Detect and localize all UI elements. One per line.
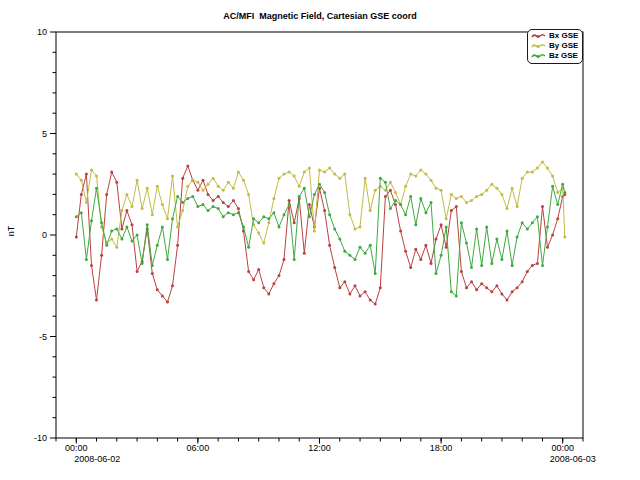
plot-area: 00:0006:0012:0018:0000:002008-06-022008-…	[0, 0, 640, 480]
series-line-icon	[531, 42, 546, 50]
x-tick-label: 00:00	[65, 443, 88, 453]
start-date-label: 2008-06-02	[74, 454, 120, 464]
x-tick-label: 00:00	[551, 443, 574, 453]
y-tick-label: -5	[39, 332, 47, 342]
legend-item-label: By GSE	[549, 41, 578, 51]
series-line-icon	[531, 52, 546, 60]
end-date-label: 2008-06-03	[550, 454, 596, 464]
legend-item: By GSE	[531, 41, 578, 51]
legend: Bx GSEBy GSEBz GSE	[527, 29, 583, 64]
legend-item-label: Bx GSE	[549, 31, 578, 41]
series-line-icon	[531, 32, 546, 40]
y-ticks: -10-50510	[34, 27, 56, 443]
y-tick-label: 5	[42, 129, 47, 139]
legend-item: Bx GSE	[531, 31, 578, 41]
legend-item-label: Bz GSE	[549, 51, 578, 61]
legend-item: Bz GSE	[531, 51, 578, 61]
x-tick-label: 06:00	[187, 443, 210, 453]
series-bz-gse-line	[76, 178, 565, 296]
plot-frame	[56, 32, 583, 438]
y-tick-label: 10	[37, 27, 47, 37]
series-by-gse-line	[76, 162, 565, 247]
x-tick-label: 12:00	[308, 443, 331, 453]
x-tick-label: 18:00	[430, 443, 453, 453]
y-tick-label: -10	[34, 433, 47, 443]
plot-window: AC/MFI Magnetic Field, Cartesian GSE coo…	[0, 0, 640, 480]
y-tick-label: 0	[42, 230, 47, 240]
